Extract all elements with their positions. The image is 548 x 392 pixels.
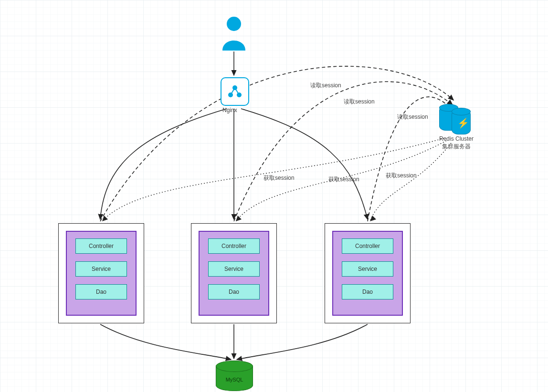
redis-label: Redis Cluster 集群服务器 xyxy=(418,135,495,150)
app-server-1: Controller Service Dao xyxy=(58,223,144,323)
app1-inner: Controller Service Dao xyxy=(66,231,137,316)
svg-point-8 xyxy=(227,17,241,31)
app3-controller: Controller xyxy=(342,238,393,254)
edge-label-get2: 获取session xyxy=(328,175,359,184)
edge-label-read3: 读取session xyxy=(397,113,428,121)
svg-rect-1 xyxy=(0,0,548,392)
grid-background xyxy=(0,0,548,392)
edge-label-get1: 获取session xyxy=(263,174,295,182)
app1-service: Service xyxy=(75,261,127,277)
app3-service: Service xyxy=(342,261,393,277)
app2-controller: Controller xyxy=(208,238,260,254)
edge-label-get3: 获取session xyxy=(386,172,417,180)
edge-label-read1: 读取session xyxy=(310,82,341,90)
svg-line-12 xyxy=(231,88,235,95)
mysql-node: MySQL xyxy=(216,361,253,391)
edge-label-read2: 读取session xyxy=(344,98,375,106)
user-icon xyxy=(221,14,247,51)
app2-dao: Dao xyxy=(208,284,260,299)
redis-node: ⚡ Redis Cluster 集群服务器 xyxy=(439,104,473,134)
diagram-canvas: Nginx ⚡ Redis Cluster 集群服务器 读取session 读取… xyxy=(0,0,548,392)
app-server-3: Controller Service Dao xyxy=(325,223,411,323)
mysql-label: MySQL xyxy=(216,377,253,382)
nginx-box xyxy=(221,77,249,106)
app3-inner: Controller Service Dao xyxy=(332,231,403,316)
redis-subtitle: 集群服务器 xyxy=(442,143,471,150)
app1-dao: Dao xyxy=(75,284,127,299)
app2-inner: Controller Service Dao xyxy=(199,231,269,316)
redis-title: Redis Cluster xyxy=(439,135,474,142)
app-server-2: Controller Service Dao xyxy=(191,223,277,323)
app3-dao: Dao xyxy=(342,284,393,299)
app2-service: Service xyxy=(208,261,260,277)
svg-line-13 xyxy=(235,88,239,95)
bolt-icon: ⚡ xyxy=(457,117,469,129)
nginx-label: Nginx xyxy=(222,107,237,113)
loadbalancer-icon xyxy=(227,83,243,100)
app1-controller: Controller xyxy=(75,238,127,254)
nginx-node xyxy=(221,77,249,106)
